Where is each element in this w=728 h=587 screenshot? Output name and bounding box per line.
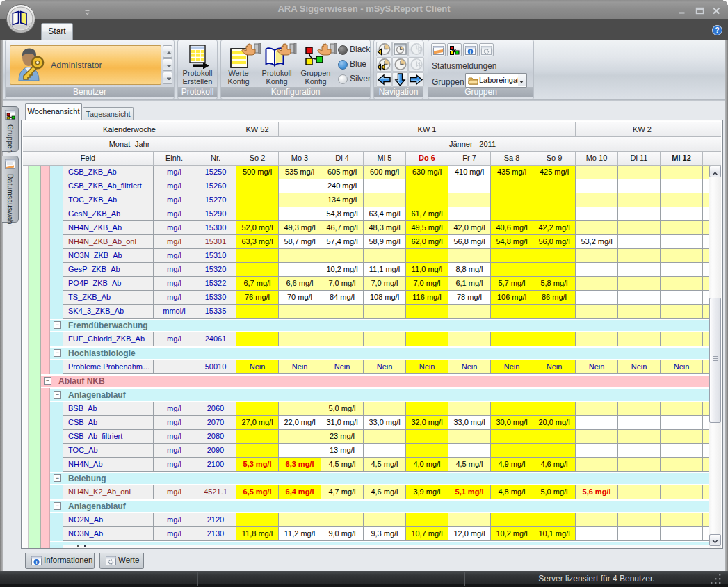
svg-text:i: i [36, 560, 38, 565]
